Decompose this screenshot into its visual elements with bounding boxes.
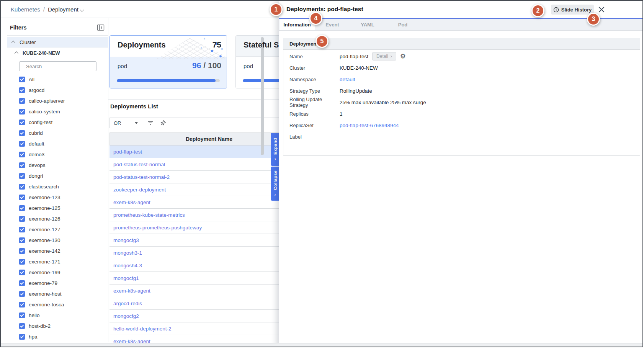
deployment-link[interactable]: pod-status-test-normal-2 (113, 174, 170, 180)
screen: Kubernetes / Deployment Filters (0, 0, 644, 350)
expand-button[interactable]: Expand ‹ (271, 133, 280, 166)
table-row[interactable]: prometheus-prometheus-pushgateway (110, 221, 280, 234)
deployment-link[interactable]: mongocfg2 (113, 313, 139, 319)
deployment-link[interactable]: argocd-redis (113, 301, 142, 306)
table-row[interactable]: mongosh3-1 (110, 247, 280, 259)
tree-node-cluster[interactable]: Cluster (7, 37, 108, 47)
field-value: KUBE-240-NEW (340, 65, 378, 71)
bottom-scrollbar-track[interactable] (1, 343, 642, 347)
deployment-link[interactable]: mongocfg3 (113, 237, 139, 243)
detail-button[interactable]: Detail › (372, 52, 396, 61)
checkbox-checked-icon[interactable] (19, 195, 25, 200)
close-icon[interactable] (597, 5, 606, 14)
deployment-link[interactable]: mongocfg1 (113, 275, 139, 281)
checkbox-checked-icon[interactable] (19, 119, 25, 125)
checkbox-checked-icon[interactable] (19, 312, 25, 318)
pin-icon[interactable] (160, 119, 167, 126)
checkbox-checked-icon[interactable] (19, 227, 25, 232)
checkbox-checked-icon[interactable] (19, 130, 25, 136)
deployments-summary-card[interactable]: Deployments 75 pod 96 / 100 (110, 35, 227, 88)
deployment-link[interactable]: prometheus-prometheus-pushgateway (113, 225, 202, 231)
operator-select[interactable]: OR (110, 118, 141, 128)
checkbox-checked-icon[interactable] (19, 334, 25, 340)
namespace-list-item: dongri (7, 170, 108, 181)
deployment-link[interactable]: exem-k8s-agent (113, 288, 150, 294)
checkbox-checked-icon[interactable] (19, 109, 25, 114)
namespace-list-item: cubrid (7, 128, 108, 138)
checkbox-checked-icon[interactable] (19, 237, 25, 243)
gear-icon[interactable]: ⚙ (400, 53, 406, 60)
table-row[interactable]: mongocfg1 (110, 272, 280, 285)
app-window: Kubernetes / Deployment Filters (0, 0, 643, 347)
deployment-link[interactable]: exem-k8s-agent (113, 200, 150, 205)
namespace-list-item: exemone-tosca (7, 299, 108, 310)
pods-used: 96 (192, 61, 201, 70)
checkbox-checked-icon[interactable] (19, 152, 25, 157)
tab[interactable]: Pod (385, 19, 420, 30)
checkbox-checked-icon[interactable] (19, 87, 25, 93)
table-row[interactable]: hello-world-deployment-2 (110, 322, 280, 335)
checkbox-checked-icon[interactable] (19, 248, 25, 254)
table-row[interactable]: exem-k8s-agent (110, 196, 280, 209)
table-row[interactable]: zookeeper-deployment (110, 183, 280, 196)
checkbox-checked-icon[interactable] (19, 323, 25, 329)
info-field-row: Name pod-flap-test Detail › ⚙ (283, 51, 640, 62)
statefulsets-summary-card[interactable]: Stateful Sets pod (235, 35, 280, 88)
collapse-button[interactable]: Collapse › (271, 167, 280, 201)
tab-label: Event (325, 22, 339, 28)
chevron-left-icon: ‹ (275, 156, 276, 161)
filter-icon[interactable] (147, 120, 154, 126)
checkbox-checked-icon[interactable] (19, 184, 25, 190)
field-label: Cluster (289, 65, 340, 71)
namespace-label: demo3 (29, 152, 44, 157)
checkbox-checked-icon[interactable] (19, 77, 25, 82)
deployment-link[interactable]: zookeeper-deployment (113, 187, 166, 193)
deployment-link[interactable]: pod-status-test-normal (113, 162, 165, 167)
scrollbar-thumb[interactable] (261, 37, 264, 155)
search-input[interactable] (25, 63, 94, 70)
namespace-label: calico-system (29, 109, 60, 114)
checkbox-checked-icon[interactable] (19, 270, 25, 275)
breadcrumb-current-dropdown[interactable]: Deployment (48, 6, 84, 13)
checkbox-checked-icon[interactable] (19, 302, 25, 307)
checkbox-checked-icon[interactable] (19, 173, 25, 179)
deployments-table: Deployment Name pod-flap-test pod-status… (110, 132, 280, 343)
deployment-link[interactable]: prometheus-kube-state-metrics (113, 212, 185, 218)
table-row[interactable]: mongocfg2 (110, 310, 280, 322)
slide-history-button[interactable]: Slide History (551, 5, 594, 15)
table-row[interactable]: exem-k8s-agent (110, 335, 280, 343)
panel-collapse-icon[interactable] (96, 24, 105, 31)
checkbox-checked-icon[interactable] (19, 259, 25, 265)
field-label: Name (289, 54, 340, 59)
checkbox-checked-icon[interactable] (19, 291, 25, 297)
namespace-list-item: default (7, 138, 108, 149)
tab[interactable]: YAML (350, 19, 385, 30)
table-row[interactable]: pod-status-test-normal-2 (110, 171, 280, 183)
namespace-list-item: host-db-2 (7, 321, 108, 331)
checkbox-checked-icon[interactable] (19, 141, 25, 147)
deployment-link[interactable]: hello-world-deployment-2 (113, 326, 172, 332)
table-row[interactable]: mongocfg3 (110, 234, 280, 247)
checkbox-checked-icon[interactable] (19, 205, 25, 211)
breadcrumb-root[interactable]: Kubernetes (11, 6, 40, 13)
checkbox-checked-icon[interactable] (19, 216, 25, 222)
field-value-text: pod-flap-test-6768948944 (340, 123, 399, 128)
checkbox-checked-icon[interactable] (19, 280, 25, 286)
section-header: Deployments (283, 38, 640, 50)
table-row[interactable]: exem-k8s-agent (110, 285, 280, 297)
section-divider (108, 99, 280, 100)
callout-badge-3: 3 (587, 13, 600, 26)
checkbox-checked-icon[interactable] (19, 98, 25, 104)
breadcrumb-current-label: Deployment (48, 6, 78, 13)
tree-node-cluster-name[interactable]: KUBE-240-NEW (7, 47, 108, 58)
table-row[interactable]: pod-flap-test (110, 146, 280, 158)
table-row[interactable]: prometheus-kube-state-metrics (110, 209, 280, 221)
table-row[interactable]: pod-status-test-normal (110, 158, 280, 171)
deployment-link[interactable]: exem-k8s-agent (113, 339, 150, 343)
deployment-link[interactable]: mongosh3-1 (113, 250, 142, 256)
deployment-link[interactable]: pod-flap-test (113, 149, 142, 155)
checkbox-checked-icon[interactable] (19, 162, 25, 168)
deployment-link[interactable]: mongosh4-3 (113, 263, 142, 268)
table-row[interactable]: mongosh4-3 (110, 259, 280, 272)
table-row[interactable]: argocd-redis (110, 297, 280, 310)
